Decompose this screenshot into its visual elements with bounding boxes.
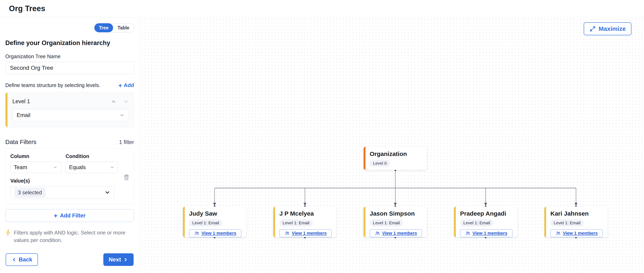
view-members-label: View 1 members	[382, 231, 417, 236]
members-icon	[194, 231, 199, 236]
column-select[interactable]: Team	[10, 162, 61, 173]
panel-heading: Define your Organization hierarchy	[5, 39, 134, 47]
view-members-button[interactable]: View 1 members	[460, 229, 512, 237]
view-members-button[interactable]: View 1 members	[189, 229, 242, 237]
node-level-badge: Level 1: Email	[460, 219, 493, 227]
lightning-icon	[5, 229, 11, 236]
page-header: Org Trees	[0, 0, 644, 17]
chevron-down-icon	[104, 189, 110, 196]
node-level-badge: Level 1: Email	[189, 219, 222, 227]
values-multiselect[interactable]: 3 selected	[10, 186, 114, 199]
level-card: Level 1 Email	[5, 92, 134, 127]
level-label: Level 1	[12, 98, 30, 105]
chevron-down-icon	[110, 165, 114, 170]
node-title: Pradeep Angadi	[460, 210, 512, 217]
view-members-label: View 1 members	[292, 231, 327, 236]
add-level-label: Add	[124, 82, 134, 88]
next-label: Next	[108, 256, 121, 263]
members-icon	[375, 231, 380, 236]
condition-value: Equals	[69, 164, 86, 171]
tree-name-input[interactable]	[5, 62, 134, 74]
org-tree-node[interactable]: Judy Saw Level 1: Email View 1 members	[183, 207, 246, 237]
node-level-badge: Level 1: Email	[550, 219, 584, 227]
move-up-icon[interactable]	[111, 99, 116, 104]
config-sidebar: Tree Table Define your Organization hier…	[0, 17, 140, 273]
node-level-badge: Level 1: Email	[370, 219, 403, 227]
back-label: Back	[19, 256, 32, 263]
column-value: Team	[14, 164, 27, 171]
view-members-button[interactable]: View 1 members	[279, 229, 332, 237]
org-tree-node[interactable]: Jason Simpson Level 1: Email View 1 memb…	[364, 207, 427, 237]
toggle-tree[interactable]: Tree	[94, 23, 113, 32]
filters-note: Filters apply with AND logic. Select one…	[14, 229, 129, 244]
org-tree-node[interactable]: J P Mcelyea Level 1: Email View 1 member…	[273, 207, 336, 237]
chevron-right-icon	[123, 257, 128, 262]
expand-icon	[590, 25, 596, 32]
add-level-button[interactable]: + Add	[118, 82, 134, 88]
plus-icon: +	[118, 83, 122, 88]
levels-hint: Define teams structure by selecting leve…	[5, 82, 100, 88]
delete-filter-icon[interactable]	[123, 173, 130, 181]
back-button[interactable]: Back	[6, 253, 38, 266]
add-filter-label: Add Filter	[60, 213, 86, 219]
view-members-button[interactable]: View 1 members	[370, 229, 422, 237]
level-field-value: Email	[17, 112, 30, 118]
org-root-node[interactable]: Organization Level 0	[364, 146, 427, 170]
values-label: Value(s)	[10, 178, 129, 184]
condition-select[interactable]: Equals	[66, 162, 118, 173]
view-members-label: View 1 members	[563, 231, 598, 236]
org-tree-canvas[interactable]: Maximize Organization Level 0 Judy Saw L…	[140, 17, 644, 273]
chevron-down-icon	[120, 113, 125, 118]
node-level-badge: Level 0	[370, 160, 390, 167]
data-filters-title: Data Filters	[5, 139, 36, 145]
toggle-table[interactable]: Table	[113, 23, 134, 32]
values-selected-chip: 3 selected	[14, 188, 46, 198]
members-icon	[465, 231, 470, 236]
page-title: Org Trees	[9, 4, 45, 13]
view-mode-toggle: Tree Table	[94, 23, 134, 32]
next-button[interactable]: Next	[103, 253, 134, 266]
node-title: Organization	[370, 151, 422, 157]
members-icon	[284, 231, 290, 236]
plus-icon: +	[54, 213, 58, 218]
level-field-select[interactable]: Email	[12, 109, 129, 121]
node-title: J P Mcelyea	[279, 210, 332, 217]
filter-count: 1 filter	[119, 139, 134, 145]
chevron-left-icon	[11, 257, 17, 262]
view-members-label: View 1 members	[472, 231, 507, 236]
node-title: Jason Simpson	[370, 210, 422, 217]
add-filter-button[interactable]: + Add Filter	[5, 209, 134, 222]
view-members-button[interactable]: View 1 members	[550, 229, 603, 237]
view-members-label: View 1 members	[202, 231, 236, 236]
chevron-down-icon	[53, 165, 58, 170]
filter-row-card: Column Team Condition Equals	[5, 148, 134, 204]
node-title: Judy Saw	[189, 210, 242, 217]
node-level-badge: Level 1: Email	[279, 219, 313, 227]
org-tree-node[interactable]: Kari Jahnsen Level 1: Email View 1 membe…	[544, 207, 608, 237]
column-label: Column	[10, 153, 61, 159]
tree-name-label: Organization Tree Name	[5, 53, 134, 59]
org-tree-node[interactable]: Pradeep Angadi Level 1: Email View 1 mem…	[454, 207, 517, 237]
move-down-icon[interactable]	[123, 99, 129, 104]
maximize-button[interactable]: Maximize	[584, 22, 632, 35]
condition-label: Condition	[66, 153, 118, 159]
maximize-label: Maximize	[599, 25, 626, 32]
members-icon	[556, 231, 561, 236]
node-title: Kari Jahnsen	[550, 210, 603, 217]
